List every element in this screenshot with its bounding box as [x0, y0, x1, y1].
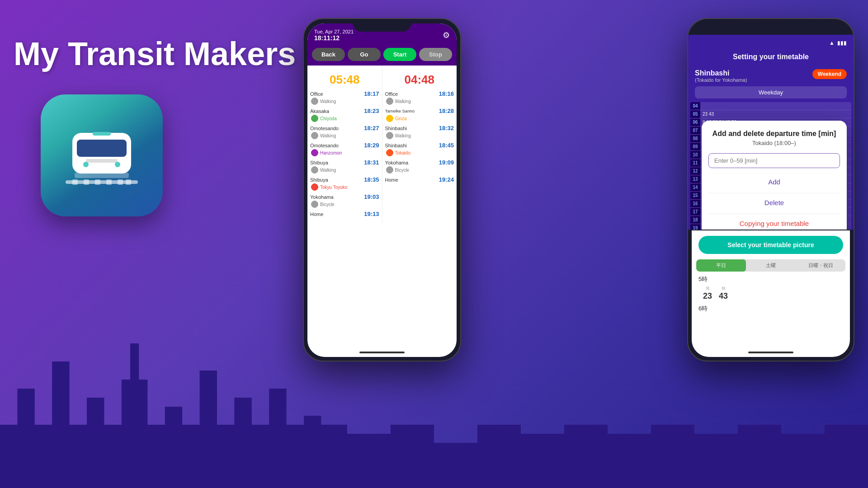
left-route-column: 05:48 Office18:17 Walking Akasaka18:23 C… — [307, 66, 382, 224]
phone2-notch — [741, 19, 800, 32]
time-section-label-5: 5時 — [698, 275, 843, 283]
list-item: Office18:16 Walking — [385, 90, 454, 105]
right-route-column: 04:48 Office18:16 Walking Tameike Sanno1… — [382, 66, 457, 224]
phone2-title-bar: Setting your timetable — [688, 51, 854, 66]
battery-icon: ▮▮▮ — [837, 40, 847, 46]
svg-rect-13 — [93, 132, 111, 136]
list-item: Omotesando18:29 Hanzomon — [310, 142, 379, 156]
phone2-status-bar: ▲ ▮▮▮ — [688, 35, 854, 51]
list-item: Shinbashi18:45 Tokaido — [385, 142, 454, 156]
minute-label: 分 — [706, 286, 710, 291]
copy-timetable-button[interactable]: Copying your timetable — [708, 215, 840, 230]
wifi-icon: ▲ — [829, 40, 835, 46]
list-item: Office18:17 Walking — [310, 90, 379, 105]
station-sub: (Tokaido for Yokohama) — [695, 77, 747, 83]
minute-item: 分 43 — [719, 286, 728, 301]
phone2-bottom-panel: Select your timetable picture 平日 土曜 日曜・祝… — [692, 230, 850, 357]
left-col-time: 05:48 — [310, 69, 379, 90]
time-section-5: 5時 分 23 分 43 — [692, 275, 850, 301]
add-button[interactable]: Add — [708, 174, 840, 190]
home-indicator — [748, 352, 793, 353]
svg-rect-3 — [75, 173, 129, 178]
svg-rect-1 — [77, 140, 127, 157]
go-button[interactable]: Go — [348, 48, 381, 61]
svg-rect-2 — [86, 159, 118, 163]
station-name-block: Shinbashi (Tokaido for Yokohama) — [695, 69, 747, 83]
start-button[interactable]: Start — [383, 48, 416, 61]
delete-button[interactable]: Delete — [708, 194, 840, 211]
divider — [708, 193, 840, 193]
add-delete-dialog: Add and delete departure time [min] Toka… — [702, 121, 847, 230]
gear-icon[interactable]: ⚙ — [443, 30, 450, 40]
list-item: Home19:24 — [385, 176, 454, 183]
phone1-notch — [353, 19, 411, 32]
list-item: Shibuya18:31 Walking — [310, 159, 379, 174]
minute-item: 分 23 — [703, 286, 712, 301]
list-item: Tameike Sanno18:28 Ginza — [385, 108, 454, 122]
route-content: 05:48 Office18:17 Walking Akasaka18:23 C… — [307, 66, 457, 224]
svg-rect-9 — [118, 179, 123, 185]
app-icon — [41, 94, 163, 216]
divider — [708, 214, 840, 214]
station-main-name: Shinbashi — [695, 69, 747, 77]
svg-rect-5 — [72, 179, 78, 185]
home-indicator — [359, 352, 405, 353]
phone2-timetable-area: ▲ ▮▮▮ Setting your timetable Shinbashi (… — [688, 35, 854, 230]
svg-point-11 — [83, 162, 89, 167]
train-icon — [61, 115, 142, 196]
minute-value: 23 — [703, 291, 712, 301]
back-button[interactable]: Back — [312, 48, 345, 61]
list-item: Akasaka18:23 Chiyoda — [310, 108, 379, 122]
station-header: Shinbashi (Tokaido for Yokohama) Weekend — [688, 66, 854, 86]
phone1-screen: Tue, Apr 27, 2021 18:11:12 ⚙ Back Go Sta… — [307, 23, 457, 357]
table-row: 05 23 43 — [690, 110, 851, 118]
list-item: Yokohama19:03 Bicycle — [310, 193, 379, 208]
app-title: My Transit Makers — [14, 36, 303, 72]
list-item: Yokohama19:09 Bicycle — [385, 159, 454, 174]
phone2-title: Setting your timetable — [733, 53, 809, 61]
stop-button[interactable]: Stop — [419, 48, 452, 61]
right-col-time: 04:48 — [385, 69, 454, 90]
time-section-label-6: 6時 — [698, 305, 843, 313]
minute-value: 43 — [719, 291, 728, 301]
weekday-tab[interactable]: Weekday — [695, 86, 847, 99]
phone-2-mockup: ▲ ▮▮▮ Setting your timetable Shinbashi (… — [687, 18, 854, 361]
list-item: Home19:13 — [310, 211, 379, 217]
timetable-day-tabs: 平日 土曜 日曜・祝日 — [696, 259, 845, 272]
time-minutes-row: 分 23 分 43 — [698, 286, 843, 301]
weekend-badge[interactable]: Weekend — [812, 69, 847, 79]
svg-point-12 — [115, 162, 120, 167]
select-picture-button[interactable]: Select your timetable picture — [698, 236, 843, 254]
svg-rect-6 — [84, 179, 89, 185]
tab-saturday[interactable]: 土曜 — [746, 259, 796, 272]
minute-label: 分 — [722, 286, 726, 291]
tab-weekday[interactable]: 平日 — [696, 259, 746, 272]
list-item: Omotesando18:27 Walking — [310, 125, 379, 139]
table-row: 04 — [690, 102, 851, 110]
left-section: My Transit Makers — [14, 36, 303, 216]
list-item: Shibuya18:35 Tokyu Toyoko — [310, 176, 379, 191]
dialog-title: Add and delete departure time [min] — [708, 130, 840, 138]
svg-rect-7 — [95, 179, 100, 185]
time-section-6: 6時 — [692, 305, 850, 313]
list-item: Shinbashi18:32 Walking — [385, 125, 454, 139]
minute-input[interactable] — [708, 153, 840, 168]
phone1-datetime: Tue, Apr 27, 2021 18:11:12 — [314, 29, 354, 42]
phone1-controls: Back Go Start Stop — [307, 45, 457, 66]
svg-rect-8 — [106, 179, 112, 185]
phone-1-mockup: Tue, Apr 27, 2021 18:11:12 ⚙ Back Go Sta… — [303, 18, 461, 361]
tab-sunday-holiday[interactable]: 日曜・祝日 — [796, 259, 845, 272]
svg-rect-10 — [126, 179, 131, 185]
dialog-subtitle: Tokaido (18:00–) — [708, 140, 840, 146]
